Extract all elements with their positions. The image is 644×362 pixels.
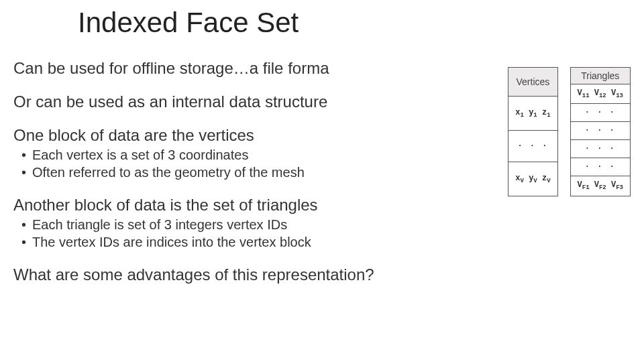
paragraph-4: Another block of data is the set of tria… <box>13 196 624 215</box>
table-cell: · · · <box>570 140 630 158</box>
table-header: Vertices <box>508 68 557 97</box>
vertices-table: Verticesx1 y1 z1· · ·xV yV zV <box>508 67 557 196</box>
paragraph-5: What are some advantages of this represe… <box>13 265 624 284</box>
table-cell: x1 y1 z1 <box>508 97 557 131</box>
slide: Indexed Face Set Can be used for offline… <box>0 0 644 362</box>
table-cell: VF1 VF2 VF3 <box>570 176 630 196</box>
bullet-item: The vertex IDs are indices into the vert… <box>32 233 624 251</box>
table-cell: · · · <box>508 131 557 162</box>
table-cell: · · · <box>570 122 630 140</box>
table-cell: xV yV zV <box>508 162 557 196</box>
table-cell: V11 V12 V13 <box>570 84 630 104</box>
group-triangles: Another block of data is the set of tria… <box>13 196 624 251</box>
triangles-table: TrianglesV11 V12 V13· · ·· · ·· · ·· · ·… <box>570 67 631 196</box>
bullets-triangles: Each triangle is set of 3 integers verte… <box>13 216 624 251</box>
bullet-item: Each triangle is set of 3 integers verte… <box>32 216 624 233</box>
table-header: Triangles <box>570 68 630 84</box>
slide-title: Indexed Face Set <box>78 7 631 39</box>
tables-area: Verticesx1 y1 z1· · ·xV yV zV TrianglesV… <box>508 67 631 196</box>
table-cell: · · · <box>570 104 630 122</box>
table-cell: · · · <box>570 158 630 176</box>
